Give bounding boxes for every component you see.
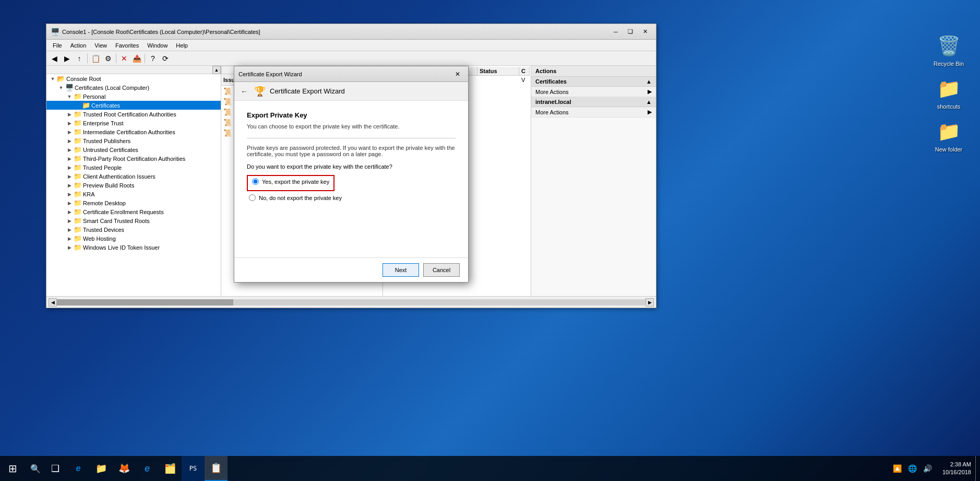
- yes-option[interactable]: Yes, export the private key: [252, 178, 329, 185]
- taskbar-firefox[interactable]: 🦊: [113, 456, 136, 481]
- taskbar-items: ❑ e 📁 🦊 e 🗂️ PS 📋: [44, 456, 887, 481]
- yes-option-box: Yes, export the private key: [247, 175, 334, 191]
- dialog-section-desc: You can choose to export the private key…: [247, 123, 456, 130]
- no-radio[interactable]: [249, 194, 256, 201]
- dialog-body: Export Private Key You can choose to exp…: [234, 101, 468, 257]
- cancel-button[interactable]: Cancel: [423, 263, 460, 277]
- no-option[interactable]: No, do not export the private key: [249, 194, 456, 201]
- shortcuts-image: 📁: [936, 76, 961, 101]
- certificate-export-dialog: Certificate Export Wizard ✕ ← 🏆 Certific…: [234, 66, 469, 283]
- dialog-section-title: Export Private Key: [247, 111, 456, 119]
- tray-notification[interactable]: 🔼: [891, 464, 904, 473]
- taskbar-explorer2[interactable]: 🗂️: [159, 456, 182, 481]
- new-folder-icon[interactable]: 📁 New folder: [928, 117, 970, 155]
- dialog-title: Certificate Export Wizard: [238, 71, 451, 77]
- taskbar-powershell[interactable]: PS: [182, 456, 205, 481]
- taskbar-clock[interactable]: 2:38 AM 10/16/2018: [938, 461, 975, 477]
- dialog-titlebar: Certificate Export Wizard ✕: [234, 66, 468, 82]
- taskbar-tray: 🔼 🌐 🔊: [887, 456, 938, 481]
- dialog-footer: Next Cancel: [234, 257, 468, 282]
- mmc-window: 🖥️ Console1 - [Console Root\Certificates…: [46, 24, 656, 308]
- tray-volume[interactable]: 🔊: [921, 464, 934, 473]
- dialog-nav: ← 🏆 Certificate Export Wizard: [234, 82, 468, 101]
- tray-network[interactable]: 🌐: [906, 464, 919, 473]
- next-button[interactable]: Next: [383, 263, 419, 277]
- shortcuts-label: shortcuts: [937, 103, 961, 110]
- desktop-icons: 🗑️ Recycle Bin 📁 shortcuts 📁 New folder: [928, 31, 970, 155]
- taskbar-ie[interactable]: e: [136, 456, 159, 481]
- new-folder-image: 📁: [936, 119, 961, 144]
- dialog-back-button[interactable]: ←: [238, 86, 250, 97]
- taskbar-mmc[interactable]: 📋: [205, 456, 228, 481]
- start-button[interactable]: ⊞: [0, 456, 25, 481]
- taskbar-edge[interactable]: e: [67, 456, 90, 481]
- taskbar: ⊞ 🔍 ❑ e 📁 🦊 e 🗂️ PS 📋 🔼 🌐 🔊 2:38 AM 10/1…: [0, 456, 980, 481]
- dialog-close-button[interactable]: ✕: [451, 69, 464, 79]
- taskbar-task-view[interactable]: ❑: [44, 456, 67, 481]
- dialog-divider: [247, 138, 456, 138]
- shortcuts-icon[interactable]: 📁 shortcuts: [928, 74, 970, 112]
- dialog-private-key-note: Private keys are password protected. If …: [247, 145, 456, 157]
- search-button[interactable]: 🔍: [27, 460, 44, 477]
- new-folder-label: New folder: [935, 146, 963, 152]
- recycle-bin-icon[interactable]: 🗑️ Recycle Bin: [928, 31, 970, 69]
- show-desktop-button[interactable]: [975, 456, 980, 481]
- dialog-nav-title: Certificate Export Wizard: [270, 87, 345, 95]
- taskbar-file-explorer[interactable]: 📁: [90, 456, 113, 481]
- yes-radio[interactable]: [252, 178, 259, 185]
- recycle-bin-label: Recycle Bin: [934, 61, 964, 67]
- recycle-bin-image: 🗑️: [936, 33, 961, 58]
- dialog-question: Do you want to export the private key wi…: [247, 163, 456, 170]
- dialog-nav-icon: 🏆: [254, 86, 266, 97]
- dialog-overlay: Certificate Export Wizard ✕ ← 🏆 Certific…: [46, 24, 656, 308]
